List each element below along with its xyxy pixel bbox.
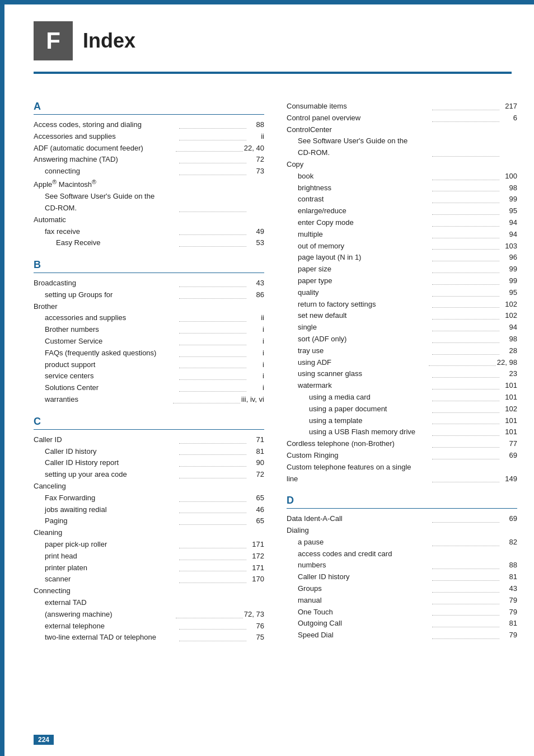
- list-item: page layout (N in 1) 96: [287, 252, 517, 264]
- list-item: product support i: [34, 359, 264, 371]
- list-item: CD-ROM.: [287, 147, 517, 159]
- list-item: paper type 99: [287, 275, 517, 287]
- list-item: Consumable items 217: [287, 101, 517, 112]
- list-item: paper size 99: [287, 264, 517, 275]
- list-item: watermark 101: [287, 380, 517, 392]
- list-item: enlarge/reduce 95: [287, 205, 517, 217]
- list-item: Solutions Center i: [34, 382, 264, 394]
- section-header-b: B: [34, 259, 264, 273]
- list-item: Brother: [34, 301, 264, 313]
- list-item: printer platen 171: [34, 562, 264, 574]
- list-item: Connecting: [34, 585, 264, 597]
- list-item: Automatic: [34, 214, 264, 226]
- list-item: Control panel overview 6: [287, 112, 517, 124]
- list-item: (answering machine) 72, 73: [34, 609, 264, 621]
- list-item: scanner 170: [34, 574, 264, 585]
- list-item: Easy Receive 53: [34, 237, 264, 249]
- list-item: Caller ID 71: [34, 434, 264, 446]
- list-item: sort (ADF only) 98: [287, 334, 517, 345]
- list-item: Fax Forwarding 65: [34, 492, 264, 504]
- list-item: Cordless telephone (non-Brother) 77: [287, 438, 517, 450]
- list-item: multiple 94: [287, 229, 517, 241]
- list-item: external TAD: [34, 597, 264, 609]
- right-column: Consumable items 217 Control panel overv…: [287, 91, 517, 644]
- list-item: Answering machine (TAD) 72: [34, 154, 264, 166]
- list-item: Customer Service i: [34, 336, 264, 348]
- list-item: setting up your area code 72: [34, 469, 264, 481]
- list-item: using scanner glass 23: [287, 368, 517, 380]
- list-item: CD-ROM.: [34, 203, 264, 214]
- list-item: contrast 99: [287, 194, 517, 205]
- list-item: Canceling: [34, 481, 264, 492]
- list-item: print head 172: [34, 551, 264, 562]
- main-content: A Access codes, storing and dialing 88 A…: [0, 85, 534, 660]
- list-item: using a media card 101: [287, 392, 517, 403]
- list-item: Copy: [287, 159, 517, 171]
- list-item: FAQs (frequently asked questions) i: [34, 348, 264, 359]
- list-item: using a paper document 102: [287, 403, 517, 415]
- section-header-c: C: [34, 416, 264, 430]
- list-item: using a USB Flash memory drive 101: [287, 426, 517, 438]
- list-item: fax receive 49: [34, 226, 264, 238]
- list-item: two-line external TAD or telephone 75: [34, 632, 264, 644]
- list-item: Custom telephone features on a single: [287, 462, 517, 473]
- list-item: single 94: [287, 322, 517, 334]
- header-underline: [34, 72, 512, 74]
- list-item: manual 79: [287, 595, 517, 607]
- list-item: Apple® Macintosh®: [34, 177, 264, 191]
- list-item: warranties iii, iv, vi: [34, 394, 264, 406]
- chapter-letter: F: [34, 21, 73, 60]
- list-item: tray use 28: [287, 345, 517, 357]
- list-item: book 100: [287, 171, 517, 182]
- list-item: Data Ident-A-Call 69: [287, 513, 517, 525]
- list-item: Groups 43: [287, 583, 517, 595]
- top-accent-bar: [0, 0, 534, 4]
- list-item: Dialing: [287, 525, 517, 537]
- page-header: F Index: [0, 4, 534, 72]
- list-item: access codes and credit card: [287, 548, 517, 560]
- left-accent-bar: [0, 0, 4, 756]
- list-item: Caller ID history 81: [34, 446, 264, 458]
- list-item: setting up Groups for 86: [34, 289, 264, 301]
- list-item: Caller ID History report 90: [34, 457, 264, 469]
- page-title: Index: [83, 29, 135, 53]
- list-item: out of memory 103: [287, 241, 517, 252]
- list-item: See Software User's Guide on the: [34, 191, 264, 203]
- list-item: line 149: [287, 473, 517, 485]
- list-item: Brother numbers i: [34, 324, 264, 336]
- list-item: accessories and supplies ii: [34, 312, 264, 324]
- section-header-d: D: [287, 495, 517, 509]
- list-item: Accessories and supplies ii: [34, 131, 264, 143]
- list-item: Access codes, storing and dialing 88: [34, 119, 264, 131]
- list-item: paper pick-up roller 171: [34, 539, 264, 551]
- list-item: Cleaning: [34, 527, 264, 539]
- list-item: return to factory settings 102: [287, 299, 517, 311]
- list-item: One Touch 79: [287, 607, 517, 618]
- list-item: a pause 82: [287, 537, 517, 548]
- section-header-a: A: [34, 101, 264, 115]
- list-item: using a template 101: [287, 415, 517, 427]
- list-item: using ADF 22, 98: [287, 357, 517, 369]
- list-item: Caller ID history 81: [287, 571, 517, 583]
- page-number: 224: [34, 735, 54, 745]
- list-item: Paging 65: [34, 515, 264, 527]
- list-item: quality 95: [287, 287, 517, 299]
- list-item: ADF (automatic document feeder) 22, 40: [34, 143, 264, 154]
- list-item: connecting 73: [34, 166, 264, 177]
- list-item: numbers 88: [287, 560, 517, 571]
- list-item: set new default 102: [287, 310, 517, 322]
- list-item: Custom Ringing 69: [287, 450, 517, 462]
- list-item: ControlCenter: [287, 124, 517, 136]
- list-item: jobs awaiting redial 46: [34, 504, 264, 516]
- list-item: external telephone 76: [34, 621, 264, 632]
- list-item: See Software User's Guide on the: [287, 135, 517, 147]
- list-item: Outgoing Call 81: [287, 618, 517, 630]
- list-item: Speed Dial 79: [287, 630, 517, 641]
- list-item: brightness 98: [287, 182, 517, 194]
- list-item: enter Copy mode 94: [287, 217, 517, 229]
- c-continuation: Consumable items 217 Control panel overv…: [287, 101, 517, 485]
- list-item: Broadcasting 43: [34, 278, 264, 289]
- list-item: service centers i: [34, 370, 264, 382]
- left-column: A Access codes, storing and dialing 88 A…: [34, 91, 264, 644]
